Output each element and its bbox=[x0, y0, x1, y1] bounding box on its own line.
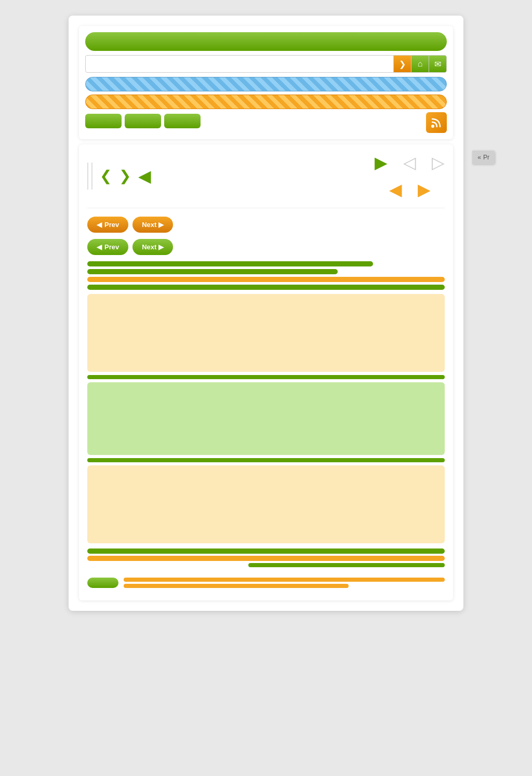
nav-home-button[interactable]: ⌂ bbox=[411, 55, 429, 73]
green-bar-short bbox=[87, 269, 338, 274]
prev-button-green[interactable]: ◀ Prev bbox=[87, 239, 128, 255]
prev-button-orange[interactable]: ◀ Prev bbox=[87, 217, 128, 233]
nav-bar: ❯ ⌂ ✉ bbox=[85, 55, 447, 73]
nav-input[interactable] bbox=[86, 60, 393, 68]
prev-arrow-icon: ◀ bbox=[97, 221, 102, 229]
footer-green-button[interactable] bbox=[87, 578, 118, 588]
divider-2 bbox=[91, 163, 92, 190]
next-green-label: Next ▶ bbox=[142, 243, 164, 251]
small-btns-row bbox=[85, 114, 201, 128]
chevron-left-icon: « bbox=[477, 154, 481, 161]
progress-bar-blue bbox=[85, 77, 447, 91]
prev-arrow-green-icon: ◀ bbox=[97, 243, 102, 251]
green-bar-medium bbox=[87, 261, 373, 266]
orange-bar-full bbox=[87, 277, 445, 282]
footer-orange-bar-2 bbox=[124, 584, 349, 588]
nav-mail-button[interactable]: ✉ bbox=[429, 55, 446, 73]
divider-1 bbox=[87, 163, 88, 190]
small-green-btn-2[interactable] bbox=[125, 114, 161, 128]
separator-green bbox=[87, 375, 445, 379]
green-header-bar bbox=[85, 32, 447, 51]
bottom-bars bbox=[87, 548, 445, 567]
content-block-green bbox=[87, 382, 445, 455]
separator-green-2 bbox=[87, 458, 445, 462]
prev-label: Prev bbox=[104, 221, 119, 229]
main-container: « Pr ❯ ⌂ ✉ bbox=[69, 16, 463, 611]
middle-section: ❮ ❯ ◀ ▶ ◁ ▷ ◀ ▶ ◀ Prev bbox=[79, 144, 453, 600]
rss-icon bbox=[426, 112, 447, 133]
footer-btns bbox=[87, 573, 445, 592]
prev-green-label: Prev bbox=[104, 243, 119, 251]
progress-bar-orange bbox=[85, 95, 447, 109]
bottom-orange-bar bbox=[87, 556, 445, 561]
right-orange-arrow-icon[interactable]: ▶ bbox=[418, 180, 431, 199]
footer-orange-bars bbox=[124, 578, 445, 588]
small-green-btn-3[interactable] bbox=[164, 114, 201, 128]
bottom-green-bar-1 bbox=[87, 548, 445, 554]
small-btns-rss-row bbox=[85, 112, 447, 133]
small-green-btn-1[interactable] bbox=[85, 114, 122, 128]
right-filled-arrow-icon[interactable]: ▶ bbox=[375, 153, 388, 172]
svg-point-0 bbox=[431, 125, 434, 128]
bottom-green-bar-2 bbox=[248, 563, 445, 567]
content-block-orange-2 bbox=[87, 465, 445, 543]
side-tab[interactable]: « Pr bbox=[472, 151, 495, 164]
prev-next-row-orange: ◀ Prev Next ▶ bbox=[87, 217, 445, 233]
next-button-orange[interactable]: Next ▶ bbox=[132, 217, 173, 233]
bars-section bbox=[87, 261, 445, 290]
right-thin-arrow-icon[interactable]: ❯ bbox=[119, 169, 131, 183]
top-section: ❯ ⌂ ✉ bbox=[79, 26, 453, 139]
left-filled-arrow-icon[interactable]: ◀ bbox=[138, 166, 151, 186]
left-gray-arrow-icon[interactable]: ◁ bbox=[403, 153, 416, 172]
content-block-orange-1 bbox=[87, 294, 445, 372]
left-orange-arrow-icon[interactable]: ◀ bbox=[389, 180, 402, 199]
next-button-green[interactable]: Next ▶ bbox=[132, 239, 173, 255]
left-thin-arrow-icon[interactable]: ❮ bbox=[100, 169, 112, 183]
nav-arrow-button[interactable]: ❯ bbox=[393, 55, 411, 73]
prev-next-row-green: ◀ Prev Next ▶ bbox=[87, 239, 445, 255]
green-bar-full bbox=[87, 285, 445, 290]
side-tab-label: Pr bbox=[483, 154, 489, 161]
right-gray-arrow-icon[interactable]: ▷ bbox=[432, 153, 445, 172]
footer-orange-bar-1 bbox=[124, 578, 445, 582]
next-label: Next ▶ bbox=[142, 221, 164, 229]
